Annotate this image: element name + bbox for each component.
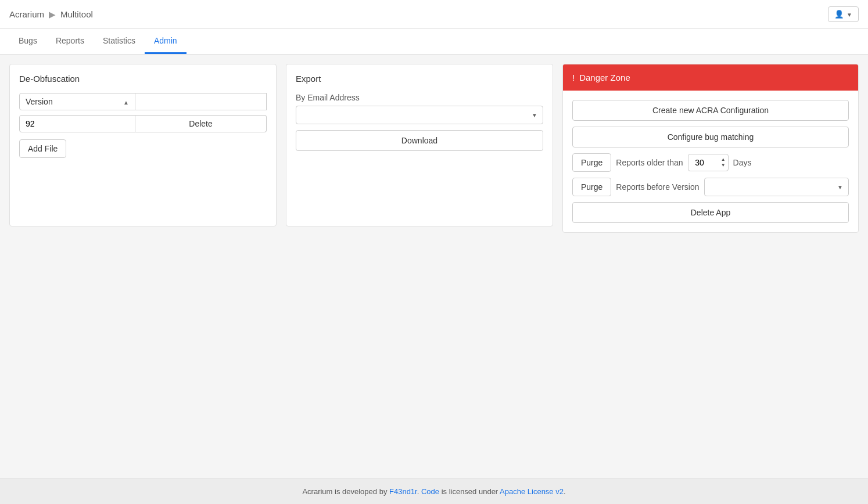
breadcrumb: Acrarium ▶ Multitool (9, 9, 93, 20)
purge-version-label: Reports before Version (616, 182, 699, 192)
add-file-button[interactable]: Add File (19, 139, 66, 158)
user-menu-button[interactable]: 👤 (828, 6, 859, 22)
footer-link-author[interactable]: F43nd1r (389, 487, 417, 496)
app-name: Acrarium (9, 9, 44, 19)
version-column-label: Version (19, 93, 135, 110)
project-name: Multitool (60, 9, 93, 19)
purge-version-button[interactable]: Purge (572, 178, 611, 196)
export-title: Export (296, 74, 543, 84)
exclamation-icon: ! (572, 73, 575, 82)
days-increment-button[interactable]: ▲ (719, 157, 727, 163)
purge-older-label: Reports older than (616, 158, 683, 167)
tab-admin[interactable]: Admin (145, 29, 186, 54)
configure-bug-matching-button[interactable]: Configure bug matching (572, 127, 849, 147)
days-input-wrapper: ▲ ▼ (688, 154, 729, 171)
download-button[interactable]: Download (296, 130, 543, 151)
footer-link-license[interactable]: Apache License v2 (500, 487, 564, 496)
version-number-input[interactable] (19, 115, 135, 132)
danger-zone-header: ! Danger Zone (563, 64, 858, 91)
tab-statistics[interactable]: Statistics (94, 29, 145, 54)
footer-text-before: Acrarium is developed by (302, 487, 389, 496)
danger-zone-panel: ! Danger Zone Create new ACRA Configurat… (562, 64, 859, 233)
user-icon: 👤 (834, 10, 844, 19)
footer-link-code[interactable]: Code (421, 487, 439, 496)
create-acra-config-button[interactable]: Create new ACRA Configuration (572, 100, 849, 121)
version-header-row: Version (19, 93, 267, 110)
version-sort-icon (123, 97, 129, 106)
deobfusc-value-row: Delete (19, 115, 267, 132)
version-select-dropdown[interactable] (704, 178, 849, 196)
main-content: De-Obfuscation Version Delete Add File E… (0, 55, 868, 478)
nav-tabs: Bugs Reports Statistics Admin (0, 29, 868, 55)
tab-reports[interactable]: Reports (46, 29, 94, 54)
email-select-wrapper (296, 106, 543, 124)
email-label: By Email Address (296, 93, 543, 102)
danger-zone-body: Create new ACRA Configuration Configure … (563, 91, 858, 232)
footer: Acrarium is developed by F43nd1r. Code i… (0, 478, 868, 504)
export-panel: Export By Email Address Download (286, 64, 553, 226)
user-dropdown-chevron (847, 10, 852, 19)
deobfuscation-title: De-Obfuscation (19, 74, 267, 84)
tab-bugs[interactable]: Bugs (9, 29, 46, 54)
version-header-input[interactable] (135, 93, 267, 110)
panels-row: De-Obfuscation Version Delete Add File E… (9, 64, 859, 233)
purge-older-than-row: Purge Reports older than ▲ ▼ Days (572, 153, 849, 172)
purge-older-button[interactable]: Purge (572, 153, 611, 172)
deobfuscation-panel: De-Obfuscation Version Delete Add File (9, 64, 277, 226)
footer-text-end: . (564, 487, 566, 496)
header-right: 👤 (828, 6, 859, 22)
version-select-wrapper (704, 178, 849, 196)
days-label: Days (733, 158, 752, 167)
delete-button[interactable]: Delete (135, 115, 267, 132)
spinner-buttons: ▲ ▼ (719, 157, 727, 168)
breadcrumb-arrow: ▶ (49, 9, 56, 20)
purge-before-version-row: Purge Reports before Version (572, 178, 849, 196)
danger-zone-title: Danger Zone (579, 73, 630, 82)
delete-app-button[interactable]: Delete App (572, 202, 849, 223)
header: Acrarium ▶ Multitool 👤 (0, 0, 868, 29)
footer-text-between: . (417, 487, 421, 496)
footer-text-after: is licensed under (439, 487, 500, 496)
email-select[interactable] (296, 106, 543, 124)
days-decrement-button[interactable]: ▼ (719, 163, 727, 168)
